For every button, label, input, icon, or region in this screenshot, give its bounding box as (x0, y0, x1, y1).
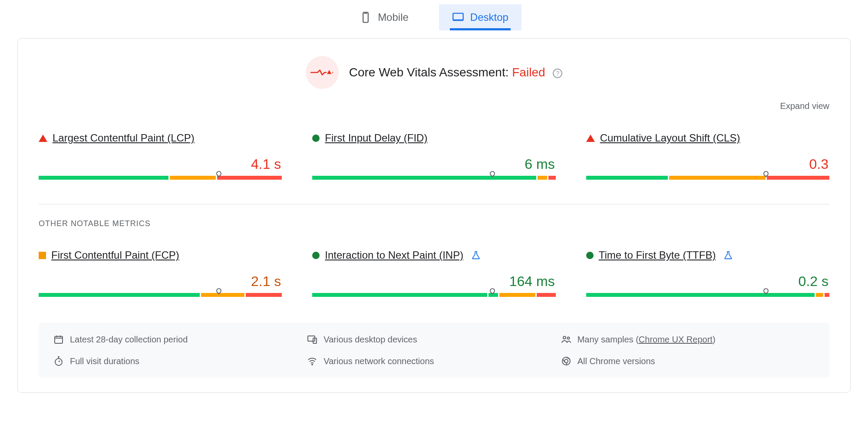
metric-fcp-bar (39, 293, 282, 297)
info-versions-text: All Chrome versions (578, 356, 655, 366)
metric-inp-name[interactable]: Interaction to Next Paint (INP) (325, 249, 463, 261)
metric-fid-value: 6 ms (312, 156, 555, 172)
svg-point-18 (312, 364, 313, 365)
info-samples-text: Many samples (Chrome UX Report) (578, 335, 716, 345)
metric-lcp-bar (39, 176, 282, 180)
other-metrics-row: First Contentful Paint (FCP) 2.1 s Inter… (39, 249, 829, 297)
wifi-icon (307, 356, 317, 366)
info-devices-text: Various desktop devices (323, 335, 417, 345)
desktop-icon (452, 11, 464, 23)
metric-cls: Cumulative Layout Shift (CLS) 0.3 (586, 132, 829, 180)
calendar-icon (53, 334, 64, 345)
tab-mobile-label: Mobile (378, 11, 409, 23)
info-durations: Full visit durations (53, 356, 307, 366)
assessment-header: Core Web Vitals Assessment: Failed ? (39, 56, 829, 89)
metric-ttfb-name[interactable]: Time to First Byte (TTFB) (599, 249, 716, 261)
svg-rect-0 (363, 12, 368, 22)
info-period-text: Latest 28-day collection period (70, 335, 188, 345)
svg-point-13 (567, 337, 569, 339)
info-devices: Various desktop devices (307, 334, 561, 345)
info-network-text: Various network connections (323, 356, 434, 366)
metric-fcp-value: 2.1 s (39, 273, 282, 289)
status-good-icon (312, 135, 320, 142)
svg-rect-6 (55, 336, 63, 343)
metric-inp: Interaction to Next Paint (INP) 164 ms (312, 249, 555, 297)
info-versions: All Chrome versions (561, 356, 815, 366)
metric-fcp-name[interactable]: First Contentful Paint (FCP) (51, 249, 179, 261)
tab-desktop-label: Desktop (470, 11, 508, 23)
metric-fid: First Input Delay (FID) 6 ms (312, 132, 555, 180)
metric-cls-value: 0.3 (586, 156, 829, 172)
status-average-icon (39, 252, 46, 259)
metric-lcp: Largest Contentful Paint (LCP) 4.1 s (39, 132, 282, 180)
help-icon[interactable]: ? (553, 69, 562, 78)
device-tabs: Mobile Desktop (17, 0, 851, 30)
metric-lcp-name[interactable]: Largest Contentful Paint (LCP) (53, 132, 195, 144)
metric-ttfb-bar (586, 293, 829, 297)
status-good-icon (586, 252, 594, 259)
metric-cls-name[interactable]: Cumulative Layout Shift (CLS) (600, 132, 740, 144)
svg-point-12 (563, 336, 566, 339)
devices-icon (307, 334, 317, 345)
metric-cls-bar (586, 176, 829, 180)
svg-line-15 (59, 361, 60, 362)
flask-icon (471, 250, 481, 260)
phone-icon (360, 11, 372, 23)
metric-inp-bar (312, 293, 555, 297)
crux-link[interactable]: Chrome UX Report (639, 335, 713, 344)
svg-rect-2 (453, 13, 463, 20)
metric-lcp-value: 4.1 s (39, 156, 282, 172)
metric-ttfb-value: 0.2 s (586, 273, 829, 289)
vitals-card: Core Web Vitals Assessment: Failed ? Exp… (17, 38, 851, 393)
people-icon (561, 334, 571, 345)
stopwatch-icon (53, 356, 64, 366)
flask-icon (723, 250, 733, 260)
pulse-badge (306, 56, 339, 89)
info-network: Various network connections (307, 356, 561, 366)
tab-desktop[interactable]: Desktop (439, 4, 521, 30)
assessment-title-prefix: Core Web Vitals Assessment: (349, 66, 512, 79)
info-samples: Many samples (Chrome UX Report) (561, 334, 815, 345)
chrome-icon (561, 356, 571, 366)
info-durations-text: Full visit durations (70, 356, 139, 366)
pulse-icon (310, 69, 334, 76)
metric-fid-bar (312, 176, 555, 180)
status-poor-icon (586, 135, 595, 142)
status-poor-icon (39, 135, 47, 142)
assessment-status: Failed (512, 66, 545, 79)
metric-fcp: First Contentful Paint (FCP) 2.1 s (39, 249, 282, 297)
tab-mobile[interactable]: Mobile (347, 4, 422, 30)
divider (39, 204, 829, 204)
core-metrics-row: Largest Contentful Paint (LCP) 4.1 s Fir… (39, 132, 829, 180)
assessment-title: Core Web Vitals Assessment: Failed ? (349, 66, 563, 79)
expand-view-button[interactable]: Expand view (39, 101, 829, 111)
metric-inp-value: 164 ms (312, 273, 555, 289)
status-good-icon (312, 252, 320, 259)
svg-marker-4 (327, 70, 331, 74)
metric-ttfb: Time to First Byte (TTFB) 0.2 s (586, 249, 829, 297)
info-period: Latest 28-day collection period (53, 334, 307, 345)
other-metrics-title: OTHER NOTABLE METRICS (39, 219, 829, 228)
metric-fid-name[interactable]: First Input Delay (FID) (325, 132, 427, 144)
info-box: Latest 28-day collection period Various … (39, 323, 829, 378)
